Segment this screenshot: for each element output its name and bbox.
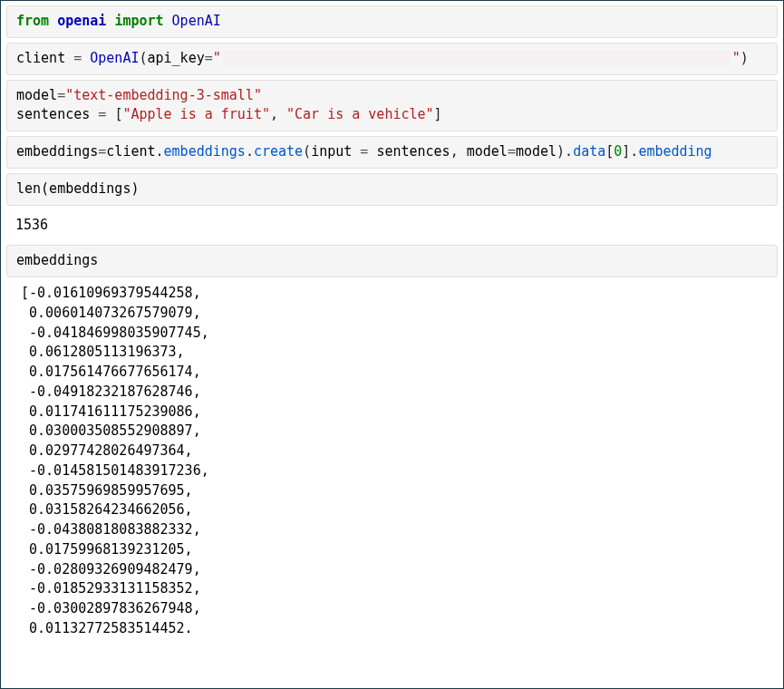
call-len-embeddings: len(embeddings) xyxy=(16,180,139,197)
lparen: ( xyxy=(303,143,311,160)
code-cell-4[interactable]: embeddings=client.embeddings.create(inpu… xyxy=(6,136,778,169)
rparen: ) xyxy=(740,50,749,66)
var-model: model xyxy=(16,87,57,103)
arg-model: model xyxy=(516,143,557,160)
code-cell-2[interactable]: client = OpenAI(api_key="") xyxy=(6,43,778,75)
class-openai: OpenAI xyxy=(172,13,221,29)
comma: , xyxy=(450,143,467,160)
redacted-api-key xyxy=(223,51,731,65)
string-model: "text-embedding-3-small" xyxy=(65,87,262,103)
module-name: openai xyxy=(57,13,106,29)
lbracket: [ xyxy=(605,143,614,160)
rparen: ) xyxy=(557,143,565,160)
expr-embeddings: embeddings xyxy=(16,252,98,268)
equals: = xyxy=(65,50,90,66)
code-cell-3[interactable]: model="text-embedding-3-small" sentences… xyxy=(6,80,778,132)
var-embeddings: embeddings xyxy=(16,143,98,160)
dot: . xyxy=(156,143,164,160)
arg-sentences: sentences xyxy=(376,143,450,160)
rbracket: ] xyxy=(622,143,630,160)
output-cell-5: 1536 xyxy=(6,210,778,241)
code-cell-1[interactable]: from openai import OpenAI xyxy=(6,5,778,38)
code-cell-6[interactable]: embeddings xyxy=(6,245,778,277)
equals: = xyxy=(98,143,106,160)
keyword-import: import xyxy=(114,13,163,29)
rbracket: ] xyxy=(434,106,442,122)
dot: . xyxy=(565,143,573,160)
equals: = xyxy=(90,106,114,122)
code-cell-5[interactable]: len(embeddings) xyxy=(6,173,778,206)
equals: = xyxy=(508,143,516,160)
string-s2: "Car is a vehicle" xyxy=(286,106,434,122)
kwarg-api-key: api_key xyxy=(148,50,205,66)
comma: , xyxy=(270,106,286,122)
kwarg-model: model xyxy=(467,143,508,160)
equals: = xyxy=(352,143,376,160)
var-client: client xyxy=(16,50,65,66)
var-sentences: sentences xyxy=(16,106,90,122)
class-openai-call: OpenAI xyxy=(90,50,139,66)
method-create: create xyxy=(254,143,303,160)
attr-embeddings: embeddings xyxy=(164,143,246,160)
attr-data: data xyxy=(573,143,605,160)
lparen: ( xyxy=(139,50,147,66)
keyword-from: from xyxy=(16,13,49,29)
equals: = xyxy=(57,87,65,103)
string-open-quote: " xyxy=(213,50,221,66)
equals: = xyxy=(205,50,213,66)
string-close-quote: " xyxy=(732,50,740,66)
dot: . xyxy=(246,143,254,160)
kwarg-input: input xyxy=(311,143,352,160)
index-zero: 0 xyxy=(614,143,622,160)
string-s1: "Apple is a fruit" xyxy=(122,106,270,122)
notebook-container: from openai import OpenAI client = OpenA… xyxy=(0,0,784,689)
var-client: client xyxy=(106,143,155,160)
attr-embedding: embedding xyxy=(638,143,711,160)
output-cell-6: [-0.01610969379544258, 0.006014073267579… xyxy=(6,282,778,645)
